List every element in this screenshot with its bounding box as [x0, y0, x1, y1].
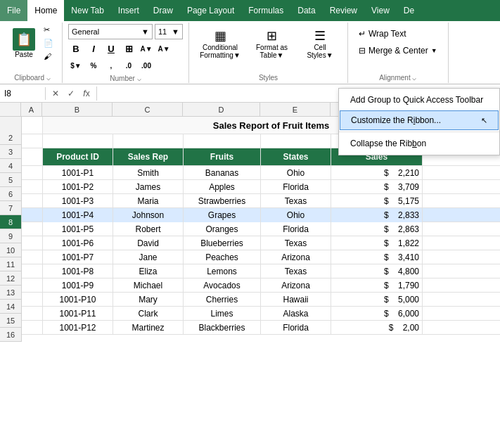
cell-B15[interactable]: 1001-P11 [43, 307, 113, 321]
tab-formulas[interactable]: Formulas [241, 0, 290, 21]
tab-view[interactable]: View [364, 0, 397, 21]
row-num-11[interactable]: 11 [0, 257, 21, 271]
row-num-16[interactable]: 16 [0, 328, 21, 342]
font-name-dropdown[interactable]: General ▼ [68, 24, 153, 39]
cell-A3[interactable] [22, 134, 43, 148]
font-size-dropdown[interactable]: 11 ▼ [155, 24, 183, 39]
cell-F6[interactable]: $ 3,709 [331, 180, 423, 194]
cell-B8[interactable]: 1001-P4 [43, 208, 113, 222]
decrease-decimal[interactable]: .0 [121, 58, 136, 73]
cell-D16[interactable]: Blackberries [184, 321, 261, 335]
cell-C3[interactable] [113, 134, 184, 148]
font-color-button[interactable]: A▼ [156, 41, 172, 56]
cell-A7[interactable] [22, 194, 43, 208]
cell-F7[interactable]: $ 5,175 [331, 194, 423, 208]
tab-insert[interactable]: Insert [111, 0, 146, 21]
cell-A14[interactable] [22, 293, 43, 307]
merge-center-button[interactable]: ⊟ Merge & Center ▼ [354, 44, 442, 58]
cell-B3[interactable] [43, 134, 113, 148]
cell-D7[interactable]: Strawberries [184, 194, 261, 208]
cell-D8[interactable]: Grapes [184, 208, 261, 222]
row-num-12[interactable]: 12 [0, 271, 21, 286]
cell-E5[interactable]: Ohio [261, 166, 331, 180]
cell-C12[interactable]: Eliza [113, 264, 184, 279]
cell-A16[interactable] [22, 321, 43, 335]
format-as-table-button[interactable]: ⊞ Format as Table▼ [248, 27, 295, 60]
row-num-13[interactable]: 13 [0, 286, 21, 300]
cell-F11[interactable]: $ 3,410 [331, 250, 423, 264]
cell-A2[interactable] [22, 117, 43, 134]
formula-cancel-button[interactable]: ✕ [49, 87, 63, 101]
cell-A15[interactable] [22, 307, 43, 321]
cell-C14[interactable]: Mary [113, 293, 184, 307]
cell-A13[interactable] [22, 279, 43, 293]
cell-D13[interactable]: Avocados [184, 279, 261, 293]
cell-E11[interactable]: Arizona [261, 250, 331, 264]
row-num-15[interactable]: 15 [0, 314, 21, 328]
cell-F8[interactable]: $ 2,833 [331, 208, 423, 222]
cell-F16[interactable]: $ 2,00 [331, 321, 423, 335]
row-num-8[interactable]: 8 [0, 215, 21, 229]
formula-confirm-button[interactable]: ✓ [64, 87, 78, 101]
row-num-5[interactable]: 5 [0, 173, 21, 187]
cell-reference-box[interactable]: I8 [0, 87, 46, 100]
cell-E7[interactable]: Texas [261, 194, 331, 208]
tab-pagelayout[interactable]: Page Layout [180, 0, 241, 21]
tab-draw[interactable]: Draw [146, 0, 180, 21]
cut-button[interactable]: ✂ [41, 24, 56, 36]
tab-data[interactable]: Data [290, 0, 322, 21]
cell-A10[interactable] [22, 236, 43, 250]
cell-C8[interactable]: Johnson [113, 208, 184, 222]
cell-A11[interactable] [22, 250, 43, 264]
cell-F12[interactable]: $ 4,800 [331, 264, 423, 279]
cell-A9[interactable] [22, 222, 43, 236]
cell-B7[interactable]: 1001-P3 [43, 194, 113, 208]
cell-D11[interactable]: Peaches [184, 250, 261, 264]
cell-styles-button[interactable]: ☰ Cell Styles▼ [298, 27, 342, 60]
col-header-D[interactable]: D [183, 103, 260, 116]
cell-C13[interactable]: Michael [113, 279, 184, 293]
tab-home[interactable]: Home [27, 0, 64, 21]
cell-E10[interactable]: Texas [261, 236, 331, 250]
cell-F5[interactable]: $ 2,210 [331, 166, 423, 180]
bold-button[interactable]: B [68, 41, 84, 56]
cell-B12[interactable]: 1001-P8 [43, 264, 113, 279]
cell-E6[interactable]: Florida [261, 180, 331, 194]
cell-C6[interactable]: James [113, 180, 184, 194]
conditional-formatting-button[interactable]: ▦ Conditional Formatting▼ [195, 27, 245, 60]
paste-button[interactable]: 📋 Paste [8, 27, 39, 60]
row-num-2[interactable]: 2 [0, 131, 21, 145]
cell-F10[interactable]: $ 1,822 [331, 236, 423, 250]
context-menu-item-1[interactable]: Customize the Ribbon... ↖ [340, 110, 499, 130]
cell-C15[interactable]: Clark [113, 307, 184, 321]
border-button[interactable]: ⊞ [121, 41, 136, 56]
cell-D12[interactable]: Lemons [184, 264, 261, 279]
cell-D9[interactable]: Oranges [184, 222, 261, 236]
tab-file[interactable]: File [0, 0, 27, 21]
cell-A8[interactable] [22, 208, 43, 222]
row-num-6[interactable]: 6 [0, 187, 21, 201]
cell-C11[interactable]: Jane [113, 250, 184, 264]
cell-B6[interactable]: 1001-P2 [43, 180, 113, 194]
row-num-4[interactable]: 4 [0, 159, 21, 173]
cell-D4[interactable]: Fruits [184, 148, 261, 165]
col-header-E[interactable]: E [260, 103, 331, 116]
formula-insert-function-button[interactable]: fx [79, 87, 94, 101]
col-header-A[interactable]: A [21, 103, 42, 116]
cell-D6[interactable]: Apples [184, 180, 261, 194]
cell-C5[interactable]: Smith [113, 166, 184, 180]
tab-de[interactable]: De [397, 0, 421, 21]
row-num-9[interactable]: 9 [0, 229, 21, 243]
cell-C4[interactable]: Sales Rep [113, 148, 184, 165]
copy-button[interactable]: 📄 [41, 37, 56, 49]
col-header-C[interactable]: C [113, 103, 183, 116]
cell-E13[interactable]: Arizona [261, 279, 331, 293]
cell-A6[interactable] [22, 180, 43, 194]
cell-B9[interactable]: 1001-P5 [43, 222, 113, 236]
cell-E14[interactable]: Hawaii [261, 293, 331, 307]
cell-B4[interactable]: Product ID [43, 148, 113, 165]
cell-D14[interactable]: Cherries [184, 293, 261, 307]
underline-button[interactable]: U [103, 41, 119, 56]
cell-C10[interactable]: David [113, 236, 184, 250]
fill-color-button[interactable]: A▼ [139, 41, 154, 56]
